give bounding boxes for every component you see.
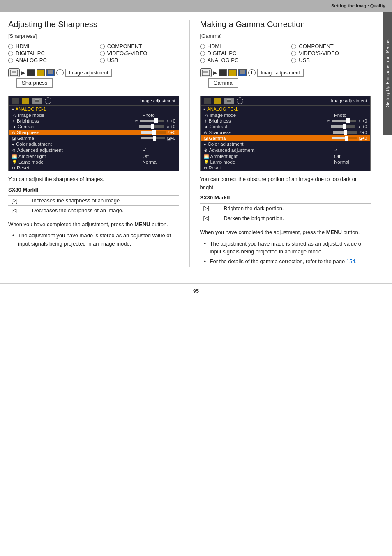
screen-row-contrast-r: ◄ Contrast ◄ +0 bbox=[201, 124, 371, 130]
screen-row-sharpness-l: ⊙ Sharpness ⊙+0 bbox=[9, 130, 179, 135]
input-label-digitalpc-r: DIGITAL PC bbox=[208, 50, 237, 56]
left-section-title: Adjusting the Sharpness bbox=[8, 20, 179, 31]
tab-yellow-r bbox=[228, 69, 237, 76]
right-complete-text: When you have completed the adjustment, … bbox=[200, 228, 371, 236]
right-model: SX80 MarkII bbox=[200, 195, 371, 201]
main-content: Adjusting the Sharpness [Sharpness] HDMI… bbox=[0, 12, 383, 275]
key-greater-r: [>] bbox=[200, 204, 221, 213]
left-description: You can adjust the sharpness of images. bbox=[8, 175, 179, 183]
screen-tab-cam-r bbox=[224, 98, 234, 104]
menu-icon-l bbox=[8, 68, 20, 77]
key-row-less-r: [<] Darken the bright portion. bbox=[200, 213, 371, 223]
side-tab: Setting Up Functions from Menus bbox=[383, 12, 392, 135]
radio-video-l bbox=[100, 51, 105, 56]
tab-info-l: i bbox=[56, 69, 64, 76]
screen-row-brightness-r: ✳ Brightness ✳ ✳ +0 bbox=[201, 118, 371, 124]
key-row-greater-l: [>] Increases the sharpness of an image. bbox=[8, 195, 179, 205]
screen-row-sharpness-r: ⊙ Sharpness ⊙+0 bbox=[201, 130, 371, 135]
screen-tab-yel-r bbox=[214, 98, 221, 104]
input-source-video-r: VIDEO/S-VIDEO bbox=[291, 50, 371, 56]
input-label-component-r: COMPONENT bbox=[299, 43, 334, 49]
screen-header-r: i Image adjustment bbox=[201, 96, 371, 106]
screen-row-gamma-l: ◪ Gamma ◪+0 bbox=[9, 135, 179, 141]
screen-row-lamp-r: 💡 Lamp mode Normal bbox=[201, 159, 371, 165]
input-label-usb-r: USB bbox=[299, 57, 310, 63]
input-source-hdmi-r: HDMI bbox=[200, 43, 279, 49]
radio-component-l bbox=[100, 44, 105, 49]
screen-header-title-r: Image adjustment bbox=[331, 98, 367, 103]
screen-tab-cam-l bbox=[32, 98, 42, 104]
screen-row-gamma-r: ◪ Gamma ◪+0 bbox=[201, 135, 371, 141]
input-source-usb-r: USB bbox=[291, 57, 371, 63]
key-row-greater-r: [>] Brighten the dark portion. bbox=[200, 204, 371, 213]
key-less-r: [<] bbox=[200, 213, 221, 223]
tab-info-r: i bbox=[248, 69, 256, 76]
tab-black-l bbox=[27, 69, 35, 76]
key-row-less-l: [<] Decreases the sharpness of an image. bbox=[8, 205, 179, 215]
key-greater-l: [>] bbox=[8, 195, 29, 205]
left-subtitle: [Sharpness] bbox=[8, 33, 179, 39]
right-screen-mockup: i Image adjustment ANALOG PC-1 ✓/ Image … bbox=[200, 96, 371, 171]
left-bullets: The adjustment you have made is stored a… bbox=[8, 232, 179, 248]
menu-label-r: Image adjustment bbox=[257, 69, 304, 77]
input-source-digitalpc-r: DIGITAL PC bbox=[200, 50, 279, 56]
input-source-video-l: VIDEO/S-VIDEO bbox=[100, 50, 179, 56]
radio-usb-l bbox=[100, 58, 105, 63]
input-label-analogpc-l: ANALOG PC bbox=[16, 57, 47, 63]
left-key-table: [>] Increases the sharpness of an image.… bbox=[8, 195, 179, 215]
screen-row-ambient-l: 🌅 Ambient light Off bbox=[9, 153, 179, 159]
key-greater-desc-l: Increases the sharpness of an image. bbox=[29, 195, 179, 205]
header-title: Setting the Image Quality bbox=[331, 3, 385, 8]
left-bullet-1: The adjustment you have made is stored a… bbox=[12, 232, 179, 248]
screen-row-imagemode-r: ✓/ Image mode Photo bbox=[201, 112, 371, 118]
screen-row-imagemode-l: ✓/ Image mode Photo bbox=[9, 112, 179, 118]
screen-row-ambient-r: 🌅 Ambient light Off bbox=[201, 153, 371, 159]
screen-tab-blk-l bbox=[12, 98, 19, 104]
left-column: Adjusting the Sharpness [Sharpness] HDMI… bbox=[8, 20, 179, 267]
menu-icon-r bbox=[200, 68, 212, 77]
input-label-hdmi-l: HDMI bbox=[16, 43, 29, 49]
screen-row-advanced-r: ⚙ Advanced adjustment ✓ bbox=[201, 147, 371, 153]
screen-row-color-l: ● Color adjustment bbox=[9, 141, 179, 147]
right-menu-nav: ▶ i Image adjustment bbox=[200, 68, 371, 77]
tab-blue-r bbox=[238, 69, 247, 76]
input-source-analogpc-r: ANALOG PC bbox=[200, 57, 279, 63]
right-column: Making a Gamma Correction [Gamma] HDMI C… bbox=[200, 20, 371, 267]
input-label-video-r: VIDEO/S-VIDEO bbox=[299, 50, 339, 56]
left-input-sources: HDMI COMPONENT DIGITAL PC VIDEO/S-VIDEO … bbox=[8, 43, 179, 63]
radio-video-r bbox=[291, 51, 296, 56]
tab-yellow-l bbox=[37, 69, 45, 76]
right-submenu-label: Gamma bbox=[208, 78, 238, 88]
right-description: You can correct the obscure portion of a… bbox=[200, 175, 371, 191]
right-input-sources: HDMI COMPONENT DIGITAL PC VIDEO/S-VIDEO … bbox=[200, 43, 371, 63]
screen-row-advanced-l: ⚙ Advanced adjustment ✓ bbox=[9, 147, 179, 153]
menu-label-l: Image adjustment bbox=[65, 69, 112, 77]
input-source-component-l: COMPONENT bbox=[100, 43, 179, 49]
screen-source-r: ANALOG PC-1 bbox=[201, 106, 371, 112]
header-bar: Setting the Image Quality bbox=[0, 0, 392, 12]
left-complete-text: When you have completed the adjustment, … bbox=[8, 220, 179, 229]
right-bullets: The adjustment you have made is stored a… bbox=[200, 240, 371, 266]
input-source-analogpc-l: ANALOG PC bbox=[8, 57, 88, 63]
input-label-hdmi-r: HDMI bbox=[208, 43, 221, 49]
tab-blue-l bbox=[46, 69, 55, 76]
radio-hdmi-r bbox=[200, 44, 205, 49]
screen-tab-info-l: i bbox=[45, 97, 51, 104]
screen-source-l: ANALOG PC-1 bbox=[9, 106, 179, 112]
right-subtitle: [Gamma] bbox=[200, 33, 371, 39]
screen-header-title-l: Image adjustment bbox=[139, 98, 175, 103]
radio-usb-r bbox=[291, 58, 296, 63]
arrow-icon-r: ▶ bbox=[213, 70, 217, 76]
right-section-title: Making a Gamma Correction bbox=[200, 20, 371, 31]
left-menu-bold: MENU bbox=[134, 221, 150, 227]
screen-row-color-r: ● Color adjustment bbox=[201, 141, 371, 147]
input-source-digitalpc-l: DIGITAL PC bbox=[8, 50, 88, 56]
input-source-usb-l: USB bbox=[100, 57, 179, 63]
right-menu-bold: MENU bbox=[326, 229, 342, 235]
tab-black-r bbox=[219, 69, 227, 76]
screen-tab-info-r: i bbox=[237, 97, 243, 104]
left-screen-mockup: i Image adjustment ANALOG PC-1 ✓/ Image … bbox=[8, 96, 179, 171]
page-ref-link[interactable]: 154 bbox=[346, 258, 355, 264]
input-source-hdmi-l: HDMI bbox=[8, 43, 88, 49]
side-tab-label: Setting Up Functions from Menus bbox=[385, 39, 390, 107]
